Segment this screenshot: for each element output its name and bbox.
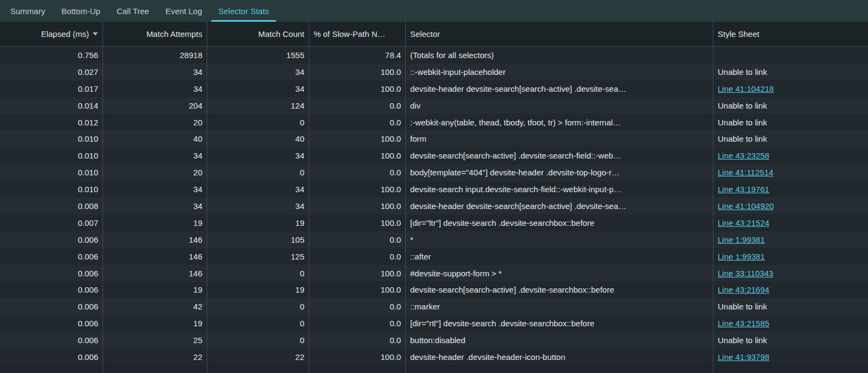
selector-cell: devsite-search[search-active] .devsite-s… <box>406 147 713 164</box>
slow-path-cell: 100.0 <box>309 349 406 365</box>
table-row[interactable]: 0.0061460100.0#devsite-support-form > *L… <box>0 265 868 282</box>
column-header-slow-path[interactable]: % of Slow-Path N… <box>309 22 406 46</box>
style-sheet-link[interactable]: Line 43:21524 <box>718 218 769 227</box>
match-attempts-cell: 146 <box>103 231 207 248</box>
column-header-elapsed-label: Elapsed (ms) <box>41 29 89 39</box>
match-count-cell: 34 <box>207 198 309 214</box>
table-row[interactable]: 0.75628918155578.4(Totals for all select… <box>0 47 868 64</box>
elapsed-cell: 0.007 <box>0 214 103 231</box>
filler-cell <box>406 365 713 373</box>
selector-cell: devsite-header devsite-search[search-act… <box>406 198 713 214</box>
table-row[interactable]: 0.0273434100.0::-webkit-input-placeholde… <box>0 64 868 80</box>
table-row[interactable]: 0.0062500.0button:disabledUnable to link <box>0 332 868 349</box>
column-header-selector[interactable]: Selector <box>406 22 713 46</box>
slow-path-cell: 100.0 <box>309 80 406 97</box>
devtools-selector-stats-panel: Summary Bottom-Up Call Tree Event Log Se… <box>0 0 868 373</box>
tab-event-log[interactable]: Event Log <box>157 0 210 22</box>
style-sheet-link[interactable]: Line 33:110343 <box>718 269 773 278</box>
filler-cell <box>309 365 406 373</box>
style-sheet-link[interactable]: Line 41:93798 <box>718 352 769 362</box>
style-sheet-link[interactable]: Line 43:19761 <box>718 185 769 194</box>
selector-cell: devsite-header .devsite-header-icon-butt… <box>406 349 713 365</box>
tab-call-tree[interactable]: Call Tree <box>108 0 157 22</box>
slow-path-cell: 100.0 <box>309 214 406 231</box>
slow-path-cell: 0.0 <box>309 97 406 114</box>
match-attempts-cell: 204 <box>103 97 207 114</box>
style-sheet-cell: Line 41:112514 <box>713 164 868 181</box>
selector-cell: devsite-search input.devsite-search-fiel… <box>406 181 713 198</box>
slow-path-cell: 100.0 <box>309 130 406 147</box>
style-sheet-link[interactable]: Line 41:112514 <box>718 168 773 177</box>
table-row[interactable]: 0.0083434100.0devsite-header devsite-sea… <box>0 198 868 214</box>
match-attempts-cell: 19 <box>103 214 207 231</box>
style-sheet-link[interactable]: Line 43:21585 <box>718 319 769 328</box>
style-sheet-link[interactable]: Line 1:99381 <box>718 252 765 261</box>
table-row[interactable]: 0.0061461250.0::afterLine 1:99381 <box>0 248 868 265</box>
tab-selector-stats[interactable]: Selector Stats <box>210 0 277 22</box>
match-attempts-cell: 22 <box>103 349 207 365</box>
slow-path-cell: 100.0 <box>309 181 406 198</box>
style-sheet-cell: Line 43:21585 <box>713 315 868 332</box>
style-sheet-link[interactable]: Line 1:99381 <box>718 235 765 244</box>
match-count-cell: 40 <box>207 130 309 147</box>
style-sheet-link[interactable]: Line 41:104920 <box>718 201 774 211</box>
filler-cell <box>0 365 103 373</box>
table-body: 0.75628918155578.4(Totals for all select… <box>0 47 868 365</box>
table-row[interactable]: 0.0061900.0[dir="rtl"] devsite-search .d… <box>0 315 868 332</box>
table-row[interactable]: 0.0064200.0::markerUnable to link <box>0 298 868 315</box>
column-header-elapsed[interactable]: Elapsed (ms) <box>0 22 103 46</box>
slow-path-cell: 0.0 <box>309 315 406 332</box>
style-sheet-cell: Unable to link <box>713 130 868 147</box>
tab-bottom-up[interactable]: Bottom-Up <box>53 0 108 22</box>
elapsed-cell: 0.010 <box>0 164 103 181</box>
style-sheet-cell: Line 1:99381 <box>713 248 868 265</box>
match-attempts-cell: 34 <box>103 80 207 97</box>
selector-cell: form <box>406 130 713 147</box>
match-attempts-cell: 19 <box>103 315 207 332</box>
table-row[interactable]: 0.0104040100.0formUnable to link <box>0 130 868 147</box>
selector-cell: div <box>406 97 713 114</box>
table-row[interactable]: 0.0103434100.0devsite-search input.devsi… <box>0 181 868 198</box>
style-sheet-text: Unable to link <box>718 101 767 110</box>
style-sheet-link[interactable]: Line 43:23258 <box>718 151 769 160</box>
match-attempts-cell: 34 <box>103 181 207 198</box>
elapsed-cell: 0.006 <box>0 298 103 315</box>
sort-descending-icon <box>92 32 98 36</box>
column-header-match-count[interactable]: Match Count <box>207 22 309 46</box>
match-count-cell: 19 <box>207 214 309 231</box>
elapsed-cell: 0.006 <box>0 281 103 298</box>
table-row[interactable]: 0.0062222100.0devsite-header .devsite-he… <box>0 349 868 365</box>
match-count-cell: 0 <box>207 315 309 332</box>
table-row[interactable]: 0.0122000.0:-webkit-any(table, thead, tb… <box>0 114 868 131</box>
elapsed-cell: 0.006 <box>0 349 103 365</box>
table-row[interactable]: 0.0102000.0body[template="404"] devsite-… <box>0 164 868 181</box>
column-header-match-attempts[interactable]: Match Attempts <box>103 22 207 46</box>
column-header-style-sheet[interactable]: Style Sheet <box>713 22 868 46</box>
slow-path-cell: 100.0 <box>309 147 406 164</box>
elapsed-cell: 0.756 <box>0 47 103 64</box>
selector-cell: ::marker <box>406 298 713 315</box>
elapsed-cell: 0.014 <box>0 97 103 114</box>
table-row[interactable]: 0.0061461050.0*Line 1:99381 <box>0 231 868 248</box>
match-attempts-cell: 42 <box>103 298 207 315</box>
match-count-cell: 0 <box>207 298 309 315</box>
style-sheet-link[interactable]: Line 41:104218 <box>718 84 774 93</box>
table-row[interactable]: 0.0142041240.0divUnable to link <box>0 97 868 114</box>
slow-path-cell: 0.0 <box>309 248 406 265</box>
table-row[interactable]: 0.0173434100.0devsite-header devsite-sea… <box>0 80 868 97</box>
table-row[interactable]: 0.0071919100.0[dir="ltr"] devsite-search… <box>0 214 868 231</box>
filler-cell <box>207 365 309 373</box>
match-count-cell: 124 <box>207 97 309 114</box>
style-sheet-link[interactable]: Line 43:21694 <box>718 285 769 294</box>
table-row[interactable]: 0.0061919100.0devsite-search[search-acti… <box>0 281 868 298</box>
match-count-cell: 0 <box>207 265 309 282</box>
tab-summary[interactable]: Summary <box>2 0 53 22</box>
slow-path-cell: 100.0 <box>309 265 406 282</box>
table-row[interactable]: 0.0103434100.0devsite-search[search-acti… <box>0 147 868 164</box>
selector-cell: [dir="ltr"] devsite-search .devsite-sear… <box>406 214 713 231</box>
match-attempts-cell: 20 <box>103 164 207 181</box>
elapsed-cell: 0.027 <box>0 64 103 80</box>
match-attempts-cell: 34 <box>103 198 207 214</box>
style-sheet-cell: Line 41:93798 <box>713 349 868 365</box>
match-count-cell: 0 <box>207 164 309 181</box>
